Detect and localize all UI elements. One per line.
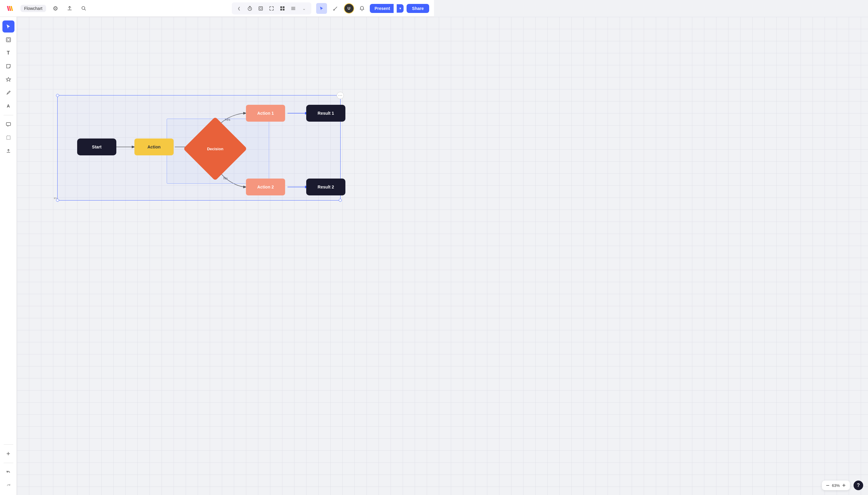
result2-node[interactable]: Result 2 bbox=[306, 178, 345, 195]
action1-node[interactable]: Action 1 bbox=[246, 105, 285, 122]
sidebar: T A + bbox=[0, 17, 17, 248]
share-button[interactable]: Share bbox=[407, 4, 429, 13]
sidebar-tool-frames[interactable] bbox=[2, 34, 15, 46]
notifications-bell[interactable] bbox=[357, 4, 367, 13]
svg-text:No: No bbox=[223, 176, 228, 180]
start-node[interactable]: Start bbox=[77, 138, 116, 155]
svg-rect-4 bbox=[280, 6, 282, 8]
svg-rect-3 bbox=[260, 7, 262, 9]
more-options-handle[interactable]: ⋯ bbox=[337, 92, 344, 99]
sidebar-tool-cursor[interactable] bbox=[2, 20, 15, 33]
rotate-handle[interactable] bbox=[53, 196, 59, 201]
upload-button[interactable] bbox=[65, 4, 75, 13]
present-dropdown[interactable]: ▾ bbox=[397, 4, 404, 13]
canvas[interactable]: Yes No ⋯ Start Action Decision bbox=[17, 17, 434, 248]
sidebar-tool-frame2[interactable] bbox=[2, 132, 15, 143]
action-node[interactable]: Action bbox=[134, 138, 174, 155]
svg-rect-6 bbox=[280, 9, 282, 11]
present-button[interactable]: Present bbox=[370, 4, 394, 13]
decision-node[interactable]: Decision bbox=[190, 124, 240, 173]
document-title[interactable]: Flowchart bbox=[20, 5, 46, 12]
list-tool[interactable] bbox=[289, 4, 298, 13]
topbar: Flowchart ⚙ ❮ ⌄ bbox=[0, 0, 434, 17]
action2-node[interactable]: Action 2 bbox=[246, 178, 285, 195]
svg-rect-5 bbox=[283, 6, 284, 8]
settings-button[interactable]: ⚙ bbox=[51, 3, 60, 14]
magic-pen-tool[interactable] bbox=[330, 3, 341, 14]
svg-rect-7 bbox=[283, 9, 284, 11]
sidebar-tool-sticky[interactable] bbox=[2, 60, 15, 72]
fullscreen-tool[interactable] bbox=[267, 4, 276, 13]
cards-tool[interactable] bbox=[278, 4, 287, 13]
svg-rect-9 bbox=[6, 38, 11, 42]
sidebar-tool-pen[interactable] bbox=[2, 87, 15, 99]
center-toolbar: ❮ ⌄ bbox=[232, 2, 311, 15]
svg-text:Yes: Yes bbox=[225, 118, 230, 121]
svg-rect-11 bbox=[6, 122, 11, 125]
collapse-tool[interactable]: ❮ bbox=[234, 4, 244, 13]
more-tool[interactable]: ⌄ bbox=[299, 4, 309, 13]
sidebar-tool-shapes[interactable] bbox=[2, 73, 15, 86]
sidebar-tool-comment[interactable] bbox=[2, 118, 15, 130]
cursor-select-tool[interactable] bbox=[316, 3, 327, 14]
avatar[interactable]: U bbox=[344, 3, 354, 14]
search-button[interactable] bbox=[79, 4, 88, 13]
svg-rect-10 bbox=[7, 38, 10, 41]
svg-rect-2 bbox=[259, 6, 263, 10]
logo bbox=[5, 5, 16, 12]
svg-point-8 bbox=[333, 9, 334, 11]
svg-rect-12 bbox=[6, 136, 10, 139]
timer-tool[interactable] bbox=[245, 4, 255, 13]
sidebar-tool-eraser[interactable]: A bbox=[2, 100, 15, 112]
sidebar-tool-upload[interactable] bbox=[2, 145, 15, 157]
sidebar-tool-text[interactable]: T bbox=[2, 47, 15, 59]
frame-tool[interactable] bbox=[256, 4, 265, 13]
result1-node[interactable]: Result 1 bbox=[306, 105, 345, 122]
